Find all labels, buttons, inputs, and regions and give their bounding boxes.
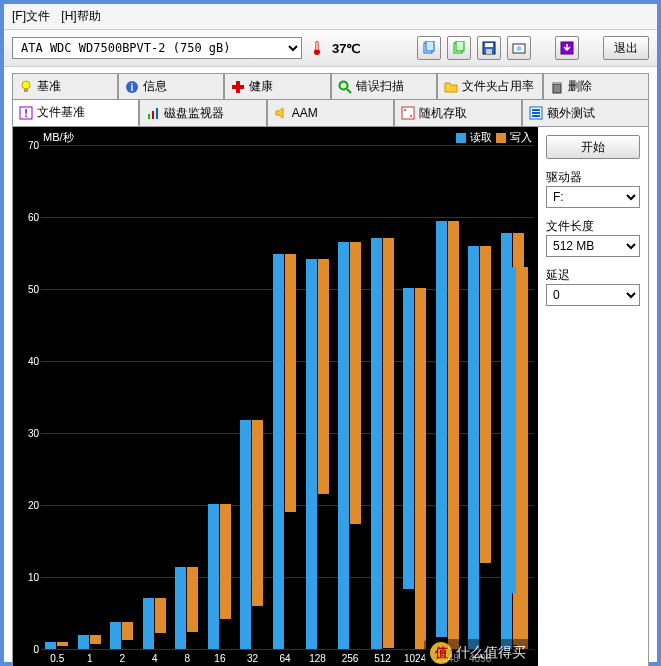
bar-写入 [318,259,329,494]
svg-rect-9 [486,49,492,54]
y-tick: 40 [28,356,39,367]
svg-point-29 [404,109,406,111]
tab-label: 健康 [249,78,273,95]
svg-text:i: i [131,82,134,93]
drive-label: 驱动器 [546,169,640,186]
x-tick: 256 [342,653,359,664]
y-tick: 20 [28,500,39,511]
y-tick: 70 [28,140,39,151]
y-tick: 30 [28,428,39,439]
bar-读取 [78,635,89,649]
copy2-icon[interactable] [447,36,471,60]
tab-label: 磁盘监视器 [164,105,224,122]
bar-extra_write [517,267,528,649]
y-tick: 60 [28,212,39,223]
svg-point-13 [22,81,30,89]
tab-label: 文件夹占用率 [462,78,534,95]
bar-写入 [383,238,394,648]
bar-extra_read [505,267,516,592]
temperature-value: 37℃ [332,41,361,56]
bar-读取 [175,567,186,649]
x-tick: 1 [87,653,93,664]
bar-读取 [436,221,447,637]
svg-rect-32 [532,109,540,111]
svg-rect-28 [402,107,414,119]
filesize-label: 文件长度 [546,218,640,235]
menu-help[interactable]: [H]帮助 [61,9,100,23]
menu-file[interactable]: [F]文件 [12,9,50,23]
tab-label: 额外测试 [547,105,595,122]
x-tick: 32 [247,653,258,664]
bar-写入 [285,254,296,513]
save-icon[interactable] [477,36,501,60]
svg-point-30 [410,115,412,117]
x-tick: 4 [152,653,158,664]
exclaim-icon: ! [19,106,33,120]
svg-rect-14 [24,89,28,92]
bar-读取 [338,242,349,649]
tab-tabs-top-2[interactable]: 健康 [224,73,330,99]
svg-rect-22 [552,82,562,84]
download-icon[interactable] [555,36,579,60]
bar-写入 [480,246,491,563]
svg-rect-25 [148,114,150,119]
screenshot-icon[interactable] [507,36,531,60]
bar-写入 [122,622,133,640]
svg-text:!: ! [24,107,28,119]
start-button[interactable]: 开始 [546,135,640,159]
extra-icon [529,106,543,120]
bar-写入 [220,504,231,618]
legend-write-swatch [496,133,506,143]
svg-point-19 [339,81,347,89]
trash-icon [550,80,564,94]
delay-label: 延迟 [546,267,640,284]
svg-rect-8 [485,43,493,47]
tab-tabs-sub-3[interactable]: 随机存取 [394,99,521,126]
svg-point-11 [517,46,522,51]
tab-tabs-top-1[interactable]: i信息 [118,73,224,99]
y-tick: 10 [28,572,39,583]
tab-tabs-sub-0[interactable]: !文件基准 [12,99,139,126]
copy-icon[interactable] [417,36,441,60]
chart-icon [146,106,160,120]
svg-rect-33 [532,112,540,114]
tab-tabs-sub-1[interactable]: 磁盘监视器 [139,99,266,126]
tab-tabs-sub-4[interactable]: 额外测试 [522,99,649,126]
magnify-icon [338,80,352,94]
drive-select[interactable]: F: [546,186,640,208]
tab-tabs-sub-2[interactable]: AAM [267,99,394,126]
x-tick: 0.5 [50,653,64,664]
x-tick: 128 [309,653,326,664]
tab-tabs-top-5[interactable]: 删除 [543,73,649,99]
tab-label: 信息 [143,78,167,95]
bar-写入 [187,567,198,631]
svg-rect-6 [456,41,464,51]
bar-写入 [350,242,361,524]
tab-label: 随机存取 [419,105,467,122]
tab-label: 文件基准 [37,104,85,121]
exit-button[interactable]: 退出 [603,36,649,60]
delay-select[interactable]: 0 [546,284,640,306]
svg-rect-34 [532,115,540,117]
x-tick: 2 [120,653,126,664]
bar-读取 [143,598,154,649]
device-select[interactable]: ATA WDC WD7500BPVT-2 (750 gB) [12,37,302,59]
tab-label: AAM [292,106,318,120]
tab-tabs-top-0[interactable]: 基准 [12,73,118,99]
tab-tabs-top-3[interactable]: 错误扫描 [331,73,437,99]
tab-tabs-top-4[interactable]: 文件夹占用率 [437,73,543,99]
filesize-select[interactable]: 512 MB [546,235,640,257]
svg-rect-27 [156,108,158,119]
legend-read-label: 读取 [470,130,492,145]
y-axis-label: MB/秒 [43,130,74,145]
bar-读取 [468,246,479,649]
bar-写入 [57,642,68,646]
bar-写入 [252,420,263,606]
bar-读取 [273,254,284,649]
thermometer-icon [308,39,326,57]
bar-读取 [110,622,121,649]
x-tick: 1024 [404,653,426,664]
bar-读取 [403,288,414,589]
bar-读取 [240,420,251,649]
cross-icon [231,80,245,94]
